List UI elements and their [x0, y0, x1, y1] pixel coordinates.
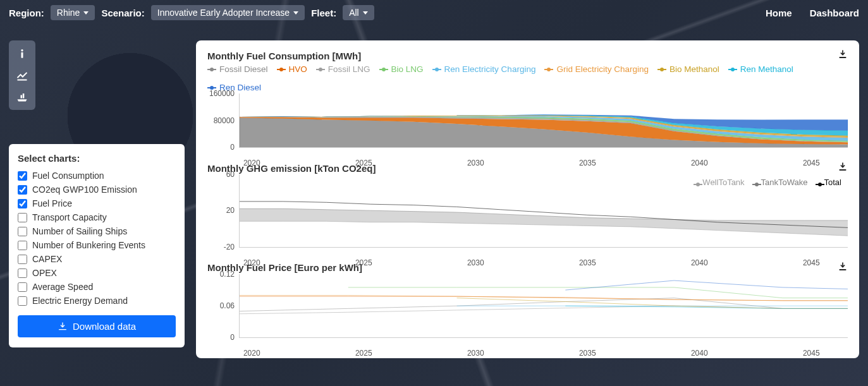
legend-item[interactable]: HVO	[277, 64, 307, 74]
chart-plot-area[interactable]: 00.060.12 202020252030203520402045	[239, 274, 848, 338]
legend-label: Grid Electricity Charging	[556, 64, 649, 74]
region-label: Region:	[9, 8, 44, 18]
checkbox-label: Fuel Price	[32, 198, 72, 208]
checkbox-input[interactable]	[18, 255, 27, 264]
checkbox-input[interactable]	[18, 282, 27, 292]
svg-rect-4	[840, 57, 847, 58]
chart-fuel-consumption: Monthly Fuel Consumption [MWh] Fossil Di…	[207, 49, 848, 159]
chart-fuel-price: Monthly Fuel Price [Euro per kWh] 00.060…	[207, 262, 848, 349]
svg-rect-1	[21, 52, 23, 58]
nav-dashboard[interactable]: Dashboard	[810, 8, 859, 18]
checkbox-input[interactable]	[18, 185, 27, 195]
checkbox-input[interactable]	[18, 227, 27, 236]
checkbox-opex[interactable]: OPEX	[18, 266, 176, 280]
checkbox-fuel-consumption[interactable]: Fuel Consumption	[18, 169, 176, 183]
checkbox-capex[interactable]: CAPEX	[18, 252, 176, 266]
legend-item[interactable]: Ren Methanol	[728, 64, 793, 74]
legend-swatch	[207, 87, 216, 88]
legend-swatch	[728, 69, 737, 70]
legend-label: Ren Electricity Charging	[444, 64, 536, 74]
download-icon	[58, 322, 68, 332]
checkbox-input[interactable]	[18, 268, 27, 278]
panel-title: Select charts:	[18, 153, 176, 164]
info-icon[interactable]	[11, 43, 33, 64]
chevron-down-icon	[363, 11, 368, 15]
legend-item[interactable]: Bio LNG	[379, 64, 424, 74]
legend-swatch	[432, 69, 441, 70]
download-label: Download data	[73, 321, 136, 332]
chart-legend: Fossil DieselHVOFossil LNGBio LNGRen Ele…	[207, 62, 848, 93]
fleet-dropdown[interactable]: All	[343, 5, 374, 20]
fleet-value: All	[349, 8, 359, 18]
nav-right: Home Dashboard	[766, 8, 859, 18]
scenario-label: Scenario:	[101, 8, 144, 18]
legend-swatch	[657, 69, 666, 70]
checkbox-list: Fuel ConsumptionCO2eq GWP100 EmissionFue…	[18, 169, 176, 308]
legend-swatch	[379, 69, 388, 70]
legend-item[interactable]: Fossil Diesel	[207, 64, 268, 74]
checkbox-label: Number of Bunkering Events	[32, 240, 145, 250]
checkbox-label: Average Speed	[32, 282, 93, 292]
legend-item[interactable]: Ren Electricity Charging	[432, 64, 536, 74]
legend-label: Ren Methanol	[740, 64, 793, 74]
download-chart-icon[interactable]	[838, 262, 848, 274]
svg-rect-2	[21, 95, 23, 99]
download-chart-icon[interactable]	[838, 162, 848, 174]
legend-label: Fossil LNG	[328, 64, 370, 74]
checkbox-fuel-price[interactable]: Fuel Price	[18, 196, 176, 210]
checkbox-label: Transport Capacity	[32, 212, 107, 222]
legend-label: HVO	[289, 64, 307, 74]
legend-label: Bio Methanol	[669, 64, 719, 74]
legend-swatch	[544, 69, 553, 70]
checkbox-label: Number of Sailing Ships	[32, 226, 127, 236]
legend-label: Fossil Diesel	[219, 64, 268, 74]
checkbox-electric-energy-demand[interactable]: Electric Energy Demand	[18, 294, 176, 308]
legend-swatch	[316, 69, 325, 70]
region-dropdown[interactable]: Rhine	[51, 5, 95, 20]
chart-plot-area[interactable]: 080000160000 202020252030203520402045	[239, 93, 848, 148]
download-chart-icon[interactable]	[838, 49, 848, 62]
checkbox-label: Fuel Consumption	[32, 171, 104, 181]
checkbox-number-of-bunkering-events[interactable]: Number of Bunkering Events	[18, 238, 176, 252]
legend-swatch	[207, 69, 216, 70]
fleet-label: Fleet:	[311, 8, 336, 18]
checkbox-input[interactable]	[18, 171, 27, 181]
svg-rect-5	[840, 169, 847, 171]
legend-item[interactable]: Bio Methanol	[657, 64, 719, 74]
svg-rect-3	[23, 93, 25, 99]
download-data-button[interactable]: Download data	[18, 315, 176, 337]
checkbox-transport-capacity[interactable]: Transport Capacity	[18, 210, 176, 224]
checkbox-average-speed[interactable]: Average Speed	[18, 280, 176, 294]
checkbox-input[interactable]	[18, 296, 27, 306]
checkbox-input[interactable]	[18, 241, 27, 250]
checkbox-label: CAPEX	[32, 254, 62, 264]
scenario-dropdown[interactable]: Innovative Early Adopter Increase	[151, 5, 305, 20]
checkbox-label: Electric Energy Demand	[32, 296, 128, 306]
legend-label: Bio LNG	[391, 64, 424, 74]
chart-title: Monthly Fuel Consumption [MWh]	[207, 51, 361, 61]
legend-item[interactable]: Grid Electricity Charging	[544, 64, 649, 74]
checkbox-co2eq-gwp100-emission[interactable]: CO2eq GWP100 Emission	[18, 183, 176, 196]
checkbox-label: OPEX	[32, 268, 57, 278]
chart-plot-area[interactable]: WellToTankTankToWakeTotal -202060 202020…	[239, 174, 848, 247]
checkbox-input[interactable]	[18, 213, 27, 222]
svg-rect-6	[840, 269, 847, 270]
svg-point-0	[21, 49, 23, 51]
chevron-down-icon	[293, 11, 298, 15]
nav-home[interactable]: Home	[766, 8, 792, 18]
legend-item[interactable]: Fossil LNG	[316, 64, 370, 74]
legend-swatch	[277, 69, 286, 70]
chevron-down-icon	[83, 11, 89, 15]
scenario-value: Innovative Early Adopter Increase	[157, 8, 290, 18]
checkbox-input[interactable]	[18, 199, 27, 208]
charts-card: Monthly Fuel Consumption [MWh] Fossil Di…	[196, 40, 859, 358]
checkbox-number-of-sailing-ships[interactable]: Number of Sailing Ships	[18, 224, 176, 238]
checkbox-label: CO2eq GWP100 Emission	[32, 184, 137, 195]
ship-icon[interactable]	[11, 86, 33, 107]
region-value: Rhine	[57, 8, 80, 18]
chart-selector-panel: Select charts: Fuel ConsumptionCO2eq GWP…	[9, 144, 185, 347]
chart-icon[interactable]	[11, 64, 33, 86]
side-toolbar	[9, 40, 35, 110]
chart-ghg-emission: Monthly GHG emission [kTon CO2eq] WellTo…	[207, 162, 848, 258]
topbar: Region: Rhine Scenario: Innovative Early…	[0, 0, 868, 25]
